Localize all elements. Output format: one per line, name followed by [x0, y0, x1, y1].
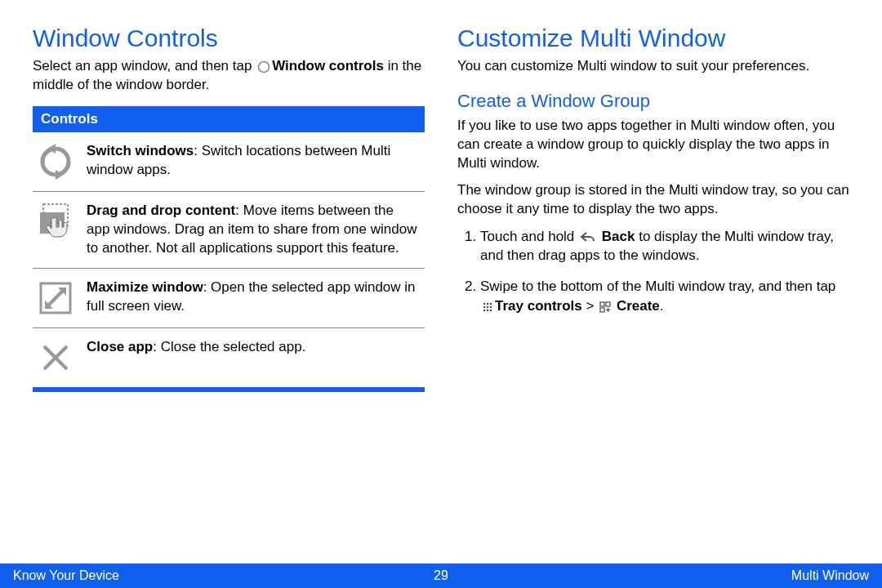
control-desc: : Close the selected app. — [153, 339, 305, 354]
control-text: Drag and drop content: Move items betwee… — [87, 202, 420, 258]
footer-left: Know Your Device — [13, 568, 119, 583]
step1-bold: Back — [602, 229, 635, 244]
svg-point-16 — [490, 305, 492, 308]
control-title: Switch windows — [87, 143, 194, 158]
right-column: Customize Multi Window You can customize… — [457, 24, 849, 392]
maximize-icon — [36, 278, 75, 318]
svg-rect-22 — [600, 308, 604, 312]
intro-text: Select an app window, and then tap Windo… — [33, 57, 425, 95]
control-title: Close app — [87, 339, 153, 354]
switch-icon — [36, 142, 75, 181]
step2-bold1: Tray controls — [495, 298, 582, 314]
step-1: Touch and hold Back to display the Multi… — [480, 227, 849, 266]
svg-rect-20 — [600, 302, 604, 306]
step2-pre: Swipe to the bottom of the Multi window … — [480, 278, 835, 294]
subheading-create-group: Create a Window Group — [457, 91, 849, 112]
page-footer: Know Your Device 29 Multi Window — [0, 564, 882, 588]
control-row-close: Close app: Close the selected app. — [33, 328, 425, 387]
window-controls-inline-icon — [257, 60, 270, 74]
heading-customize: Customize Multi Window — [457, 24, 849, 52]
svg-point-19 — [490, 309, 492, 311]
control-title: Drag and drop content — [87, 203, 235, 218]
close-icon — [36, 338, 75, 377]
step2-end: . — [660, 298, 664, 314]
control-row-switch: Switch windows: Switch locations between… — [33, 132, 425, 192]
svg-point-0 — [259, 61, 270, 72]
svg-point-11 — [483, 302, 486, 305]
svg-point-18 — [487, 309, 489, 311]
svg-point-12 — [487, 302, 489, 305]
heading-window-controls: Window Controls — [33, 24, 425, 52]
svg-line-6 — [48, 291, 63, 305]
back-icon — [580, 231, 596, 243]
svg-point-17 — [483, 309, 486, 311]
tray-controls-icon — [482, 301, 493, 313]
intro-bold: Window controls — [272, 58, 384, 74]
control-text: Close app: Close the selected app. — [87, 338, 420, 357]
control-row-dragdrop: Drag and drop content: Move items betwee… — [33, 192, 425, 269]
control-text: Maximize window: Open the selected app w… — [87, 278, 420, 316]
svg-point-13 — [490, 302, 492, 305]
controls-header: Controls — [33, 106, 425, 132]
create-group-p1: If you like to use two apps together in … — [457, 117, 849, 173]
step1-pre: Touch and hold — [480, 229, 578, 244]
create-icon — [599, 301, 611, 313]
step-2: Swipe to the bottom of the Multi window … — [480, 277, 849, 316]
control-row-maximize: Maximize window: Open the selected app w… — [33, 269, 425, 328]
svg-point-14 — [483, 305, 486, 308]
svg-rect-21 — [606, 302, 610, 306]
svg-point-15 — [487, 305, 489, 308]
control-title: Maximize window — [87, 279, 203, 295]
create-group-p2: The window group is stored in the Multi … — [457, 181, 849, 219]
footer-right: Multi Window — [791, 568, 869, 583]
step2-mid: > — [582, 298, 598, 314]
controls-table: Controls Switch windows: Switch location… — [33, 106, 425, 392]
intro-pre: Select an app window, and then tap — [33, 58, 256, 74]
footer-page-number: 29 — [434, 568, 448, 583]
steps-list: Touch and hold Back to display the Multi… — [457, 227, 849, 316]
customize-intro: You can customize Multi window to suit y… — [457, 57, 849, 76]
left-column: Window Controls Select an app window, an… — [33, 24, 425, 392]
control-text: Switch windows: Switch locations between… — [87, 142, 420, 180]
dragdrop-icon — [36, 202, 75, 241]
step2-bold2: Create — [617, 298, 660, 314]
